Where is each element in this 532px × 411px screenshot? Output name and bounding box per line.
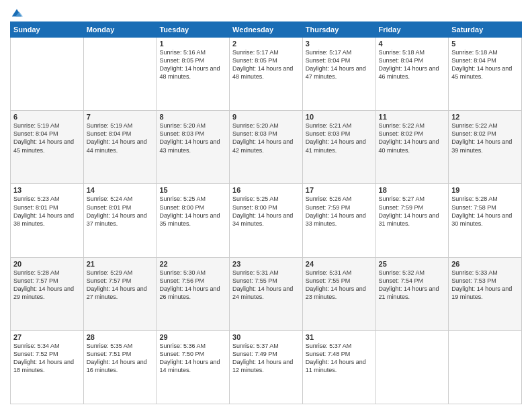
day-number: 24	[306, 260, 373, 268]
day-number: 12	[451, 113, 519, 121]
day-info: Sunrise: 5:35 AM Sunset: 7:51 PM Dayligh…	[87, 342, 154, 375]
day-cell	[83, 38, 157, 111]
day-number: 23	[232, 260, 300, 268]
day-info: Sunrise: 5:19 AM Sunset: 8:04 PM Dayligh…	[87, 122, 154, 154]
week-row-4: 20Sunrise: 5:28 AM Sunset: 7:57 PM Dayli…	[11, 257, 522, 330]
day-cell: 25Sunrise: 5:32 AM Sunset: 7:54 PM Dayli…	[375, 257, 449, 330]
day-cell	[11, 38, 84, 111]
day-info: Sunrise: 5:16 AM Sunset: 8:05 PM Dayligh…	[159, 48, 226, 81]
day-info: Sunrise: 5:29 AM Sunset: 7:57 PM Dayligh…	[87, 269, 154, 302]
day-info: Sunrise: 5:31 AM Sunset: 7:55 PM Dayligh…	[232, 269, 300, 302]
day-info: Sunrise: 5:33 AM Sunset: 7:53 PM Dayligh…	[451, 269, 519, 302]
day-info: Sunrise: 5:27 AM Sunset: 7:59 PM Dayligh…	[379, 195, 446, 228]
day-number: 1	[159, 40, 226, 48]
day-info: Sunrise: 5:24 AM Sunset: 8:01 PM Dayligh…	[87, 195, 154, 228]
page: SundayMondayTuesdayWednesdayThursdayFrid…	[0, 0, 532, 411]
day-cell: 19Sunrise: 5:28 AM Sunset: 7:58 PM Dayli…	[449, 184, 522, 257]
day-number: 6	[13, 113, 81, 121]
day-number: 27	[13, 333, 81, 341]
day-info: Sunrise: 5:19 AM Sunset: 8:04 PM Dayligh…	[13, 122, 81, 154]
day-number: 7	[87, 113, 154, 121]
day-cell: 18Sunrise: 5:27 AM Sunset: 7:59 PM Dayli…	[375, 184, 449, 257]
day-number: 14	[87, 186, 154, 194]
day-info: Sunrise: 5:20 AM Sunset: 8:03 PM Dayligh…	[159, 122, 226, 154]
day-number: 13	[13, 186, 81, 194]
day-info: Sunrise: 5:32 AM Sunset: 7:54 PM Dayligh…	[379, 269, 446, 302]
col-header-monday: Monday	[83, 22, 157, 38]
day-info: Sunrise: 5:21 AM Sunset: 8:03 PM Dayligh…	[306, 122, 373, 154]
day-info: Sunrise: 5:17 AM Sunset: 8:05 PM Dayligh…	[232, 48, 300, 81]
day-cell: 21Sunrise: 5:29 AM Sunset: 7:57 PM Dayli…	[83, 257, 157, 330]
day-cell: 4Sunrise: 5:18 AM Sunset: 8:04 PM Daylig…	[375, 38, 449, 111]
day-info: Sunrise: 5:26 AM Sunset: 7:59 PM Dayligh…	[306, 195, 373, 228]
week-row-1: 1Sunrise: 5:16 AM Sunset: 8:05 PM Daylig…	[11, 38, 522, 111]
day-cell: 6Sunrise: 5:19 AM Sunset: 8:04 PM Daylig…	[11, 111, 84, 184]
day-number: 9	[232, 113, 300, 121]
day-info: Sunrise: 5:28 AM Sunset: 7:57 PM Dayligh…	[13, 269, 81, 302]
day-number: 25	[379, 260, 446, 268]
day-cell: 15Sunrise: 5:25 AM Sunset: 8:00 PM Dayli…	[157, 184, 230, 257]
day-info: Sunrise: 5:30 AM Sunset: 7:56 PM Dayligh…	[159, 269, 226, 302]
header-row: SundayMondayTuesdayWednesdayThursdayFrid…	[11, 22, 522, 38]
calendar-table: SundayMondayTuesdayWednesdayThursdayFrid…	[10, 21, 522, 404]
day-info: Sunrise: 5:25 AM Sunset: 8:00 PM Dayligh…	[232, 195, 300, 228]
day-cell: 27Sunrise: 5:34 AM Sunset: 7:52 PM Dayli…	[11, 330, 84, 404]
logo	[10, 7, 23, 16]
day-number: 3	[306, 40, 373, 48]
day-number: 18	[379, 186, 446, 194]
day-info: Sunrise: 5:34 AM Sunset: 7:52 PM Dayligh…	[13, 342, 81, 375]
day-cell: 29Sunrise: 5:36 AM Sunset: 7:50 PM Dayli…	[157, 330, 230, 404]
col-header-saturday: Saturday	[449, 22, 522, 38]
logo-icon	[11, 7, 23, 19]
day-info: Sunrise: 5:37 AM Sunset: 7:49 PM Dayligh…	[232, 342, 300, 375]
day-number: 28	[87, 333, 154, 341]
day-cell: 8Sunrise: 5:20 AM Sunset: 8:03 PM Daylig…	[157, 111, 230, 184]
day-number: 4	[379, 40, 446, 48]
col-header-wednesday: Wednesday	[230, 22, 303, 38]
week-row-3: 13Sunrise: 5:23 AM Sunset: 8:01 PM Dayli…	[11, 184, 522, 257]
day-cell: 5Sunrise: 5:18 AM Sunset: 8:04 PM Daylig…	[449, 38, 522, 111]
day-cell: 3Sunrise: 5:17 AM Sunset: 8:04 PM Daylig…	[302, 38, 375, 111]
day-number: 22	[159, 260, 226, 268]
day-info: Sunrise: 5:37 AM Sunset: 7:48 PM Dayligh…	[306, 342, 373, 375]
day-number: 16	[232, 186, 300, 194]
col-header-sunday: Sunday	[11, 22, 84, 38]
col-header-tuesday: Tuesday	[157, 22, 230, 38]
col-header-thursday: Thursday	[302, 22, 375, 38]
day-number: 19	[451, 186, 519, 194]
header	[10, 7, 522, 16]
day-cell: 13Sunrise: 5:23 AM Sunset: 8:01 PM Dayli…	[11, 184, 84, 257]
day-cell: 9Sunrise: 5:20 AM Sunset: 8:03 PM Daylig…	[230, 111, 303, 184]
day-number: 29	[159, 333, 226, 341]
col-header-friday: Friday	[375, 22, 449, 38]
day-number: 11	[379, 113, 446, 121]
day-cell: 10Sunrise: 5:21 AM Sunset: 8:03 PM Dayli…	[302, 111, 375, 184]
day-cell: 1Sunrise: 5:16 AM Sunset: 8:05 PM Daylig…	[157, 38, 230, 111]
day-cell: 14Sunrise: 5:24 AM Sunset: 8:01 PM Dayli…	[83, 184, 157, 257]
day-cell: 22Sunrise: 5:30 AM Sunset: 7:56 PM Dayli…	[157, 257, 230, 330]
day-cell: 12Sunrise: 5:22 AM Sunset: 8:02 PM Dayli…	[449, 111, 522, 184]
day-cell: 7Sunrise: 5:19 AM Sunset: 8:04 PM Daylig…	[83, 111, 157, 184]
day-info: Sunrise: 5:20 AM Sunset: 8:03 PM Dayligh…	[232, 122, 300, 154]
day-number: 20	[13, 260, 81, 268]
day-info: Sunrise: 5:18 AM Sunset: 8:04 PM Dayligh…	[379, 48, 446, 81]
day-info: Sunrise: 5:18 AM Sunset: 8:04 PM Dayligh…	[451, 48, 519, 81]
day-cell: 2Sunrise: 5:17 AM Sunset: 8:05 PM Daylig…	[230, 38, 303, 111]
day-number: 10	[306, 113, 373, 121]
day-cell: 24Sunrise: 5:31 AM Sunset: 7:55 PM Dayli…	[302, 257, 375, 330]
day-number: 2	[232, 40, 300, 48]
day-cell: 17Sunrise: 5:26 AM Sunset: 7:59 PM Dayli…	[302, 184, 375, 257]
day-info: Sunrise: 5:36 AM Sunset: 7:50 PM Dayligh…	[159, 342, 226, 375]
day-cell	[375, 330, 449, 404]
day-cell: 16Sunrise: 5:25 AM Sunset: 8:00 PM Dayli…	[230, 184, 303, 257]
day-cell: 26Sunrise: 5:33 AM Sunset: 7:53 PM Dayli…	[449, 257, 522, 330]
day-cell: 11Sunrise: 5:22 AM Sunset: 8:02 PM Dayli…	[375, 111, 449, 184]
day-number: 8	[159, 113, 226, 121]
week-row-2: 6Sunrise: 5:19 AM Sunset: 8:04 PM Daylig…	[11, 111, 522, 184]
day-info: Sunrise: 5:31 AM Sunset: 7:55 PM Dayligh…	[306, 269, 373, 302]
day-number: 21	[87, 260, 154, 268]
week-row-5: 27Sunrise: 5:34 AM Sunset: 7:52 PM Dayli…	[11, 330, 522, 404]
day-cell: 20Sunrise: 5:28 AM Sunset: 7:57 PM Dayli…	[11, 257, 84, 330]
day-number: 5	[451, 40, 519, 48]
day-info: Sunrise: 5:17 AM Sunset: 8:04 PM Dayligh…	[306, 48, 373, 81]
